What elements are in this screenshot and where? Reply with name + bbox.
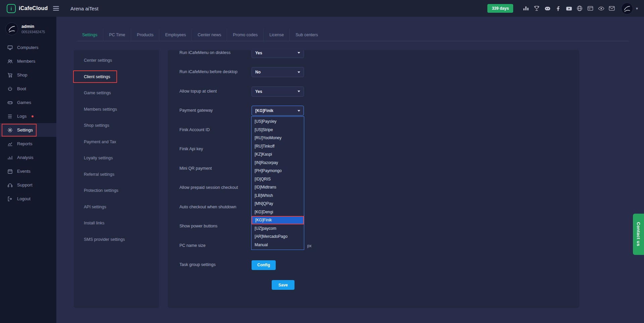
logs-alert-dot [32,115,34,117]
dropdown-option-qpay[interactable]: [MN]QPay [252,200,304,208]
tab-promo-codes[interactable]: Promo codes [227,29,263,41]
tab-sub-centers[interactable]: Sub centers [289,29,324,41]
sidebar-item-events[interactable]: Events [0,164,56,178]
field-label: Run iCafeMenu before desktop [179,69,252,75]
sidebar-item-label: Logout [17,196,31,201]
subnav-members-settings[interactable]: Members settings [74,101,159,118]
tab-license[interactable]: License [263,29,289,41]
subnav-api-settings[interactable]: API settings [74,199,159,215]
hamburger-menu-icon[interactable] [51,4,61,13]
subnav-sms-provider-settings[interactable]: SMS provider settings [74,231,159,248]
payment-gateway-select[interactable]: [KG]Finik [252,106,304,116]
form-row-run-icafemenu-before-desktop: Run iCafeMenu before desktop No [168,63,579,82]
youtube-icon[interactable] [565,4,573,13]
subnav-label: Members settings [84,107,117,112]
globe-icon[interactable] [576,4,584,13]
tab-pc-time[interactable]: PC Time [103,29,131,41]
sidebar-item-members[interactable]: Members [0,54,56,68]
sidebar-item-settings[interactable]: Settings [0,123,56,137]
dropdown-option-paycom[interactable]: [UZ]paycom [252,224,304,233]
dropdown-option-midtrans[interactable]: [ID]Midtrans [252,183,304,192]
run-icafemenu-on-diskless-select[interactable]: Yes [252,50,304,58]
subnav-referral-settings[interactable]: Referral settings [74,166,159,183]
tab-settings[interactable]: Settings [76,29,103,41]
facebook-icon[interactable] [554,4,562,13]
dropdown-option-finik[interactable]: [KG]Finik [252,216,304,224]
form-row-pc-name-size: PC name size px [168,236,579,256]
subnav-payment-and-tax[interactable]: Payment and Tax [74,134,159,150]
sidebar-nav: Computers Members Shop Boot Games Logs S… [0,41,56,206]
dropdown-option-mercadopago[interactable]: [AR]MercadoPago [252,232,304,241]
form-row-auto-checkout-when-shutdown: Auto checkout when shutdown [168,198,579,217]
sidebar-item-label: Reports [17,141,33,146]
settings-subnav: Center settings Client settings Game set… [74,50,159,308]
app-logo[interactable]: i iCafeCloud [0,4,50,13]
sidebar-item-computers[interactable]: Computers [0,41,56,54]
discord-icon[interactable] [543,4,552,13]
logout-icon [7,196,13,202]
subnav-client-settings[interactable]: Client settings [74,69,159,85]
app-logo-icon: i [7,4,16,13]
dropdown-option-dengi[interactable]: [KG]Dengi [252,208,304,216]
sidebar-item-label: Events [17,169,31,174]
subnav-protection-settings[interactable]: Protection settings [74,182,159,199]
mail-icon[interactable] [608,4,616,13]
dropdown-option-yoomoney[interactable]: [RU]YooMoney [252,134,304,142]
subnav-label: Install links [84,221,104,225]
sidebar-item-games[interactable]: Games [0,96,56,109]
subnav-game-settings[interactable]: Game settings [74,85,159,101]
dropdown-option-razorpay[interactable]: [IN]Razorpay [252,159,304,167]
dropdown-option-whish[interactable]: [LB]Whish [252,192,304,200]
subnav-loyalty-settings[interactable]: Loyalty settings [74,150,159,166]
form-row-finik-account-id: Finik Account ID [168,120,579,140]
sidebar-item-label: Members [17,59,35,64]
sidebar-user[interactable]: admin 005193482475 [0,17,56,39]
eye-icon[interactable] [597,4,605,13]
save-button[interactable]: Save [272,280,294,290]
sidebar-item-label: Boot [17,86,26,91]
subnav-install-links[interactable]: Install links [74,215,159,231]
run-icafemenu-before-desktop-select[interactable]: No [252,67,304,77]
field-label: Mini QR payment [179,166,252,171]
stats-icon[interactable] [522,4,530,13]
tab-center-news[interactable]: Center news [192,29,227,41]
trophy-icon[interactable] [533,4,541,13]
subnav-label: Referral settings [84,172,114,177]
gamepad-icon [7,100,13,105]
form-row-allow-topup-at-client: Allow topup at client Yes [168,82,579,101]
allow-topup-at-client-select[interactable]: Yes [252,87,304,97]
form-row-show-power-buttons: Show power buttons [168,217,579,236]
dropdown-option-paysley[interactable]: [US]Paysley [252,117,304,126]
contact-us-tab[interactable]: Contact us [633,214,644,255]
sidebar-item-shop[interactable]: Shop [0,68,56,82]
card-icon[interactable] [586,4,595,13]
field-label: Finik Account ID [179,127,252,133]
sidebar-item-support[interactable]: Support [0,178,56,192]
select-value: Yes [255,89,262,94]
tab-products[interactable]: Products [131,29,159,41]
tab-employees[interactable]: Employees [159,29,192,41]
calendar-icon [7,169,13,174]
subnav-center-settings[interactable]: Center settings [74,52,159,69]
boot-icon [7,86,13,92]
dropdown-option-stripe[interactable]: [US]Stripe [252,126,304,134]
license-days-badge[interactable]: 339 days [487,4,513,13]
dropdown-option-qris[interactable]: [ID]QRIS [252,175,304,183]
sidebar-item-boot[interactable]: Boot [0,82,56,96]
sidebar-item-reports[interactable]: Reports [0,137,56,151]
sidebar-item-logout[interactable]: Logout [0,192,56,206]
subnav-shop-settings[interactable]: Shop settings [74,117,159,134]
config-button[interactable]: Config [252,260,276,270]
chevron-down-icon[interactable]: ▼ [635,7,639,10]
form-row-mini-qr-payment: Mini QR payment [168,159,579,178]
monitor-icon [7,45,13,50]
user-avatar[interactable] [621,3,633,14]
sidebar-item-analysis[interactable]: Analysis [0,151,56,164]
dropdown-option-tinkoff[interactable]: [RU]Tinkoff [252,142,304,151]
dropdown-option-manual[interactable]: Manual [252,241,304,249]
sidebar-item-logs[interactable]: Logs [0,109,56,123]
dropdown-option-paymongo[interactable]: [PH]Paymongo [252,167,304,175]
dropdown-option-kaspi[interactable]: [KZ]Kaspi [252,150,304,159]
form-rows: Run iCafeMenu on diskless Yes Run iCafeM… [168,50,579,275]
main-area: Settings PC Time Products Employees Cent… [56,17,644,323]
